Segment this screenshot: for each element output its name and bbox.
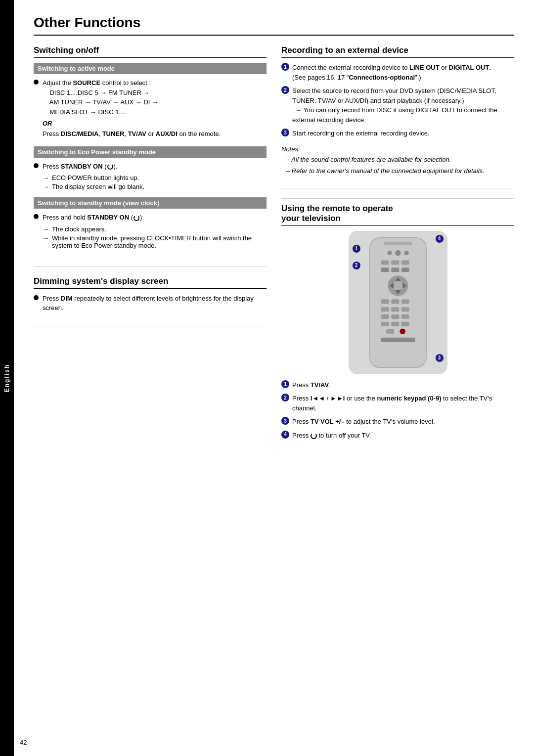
number-1-icon: 1 [281, 63, 289, 71]
main-content: Other Functions Switching on/off Switchi… [14, 0, 534, 756]
bullet-icon [34, 214, 39, 219]
recording-item3-text: Start recording on the external recordin… [292, 129, 514, 138]
svg-point-2 [395, 250, 400, 255]
eco-mode-text: Press STANDBY ON (). [43, 162, 267, 172]
remote-svg [353, 235, 444, 370]
callout-2: 2 [353, 262, 360, 269]
eco-mode-subsection: Switching to Eco Power standby mode Pres… [34, 146, 267, 191]
note1-text: – All the sound control features are ava… [286, 155, 514, 165]
recording-item2-text: Select the source to record from your DV… [292, 86, 514, 125]
remote-number-4-icon: 4 [281, 431, 289, 439]
notes-label: Notes: [281, 145, 514, 153]
note2-text: – Refer to the owner's manual of the con… [286, 166, 514, 176]
press-remote-text: Press DISC/MEDIA, TUNER, TV/AV or AUX/DI… [43, 129, 267, 139]
sidebar-language-label: English [3, 364, 10, 392]
svg-rect-18 [391, 299, 399, 304]
standby-mode-bullet: Press and hold STANDBY ON (). [34, 213, 267, 222]
two-column-layout: Switching on/off Switching to active mod… [34, 45, 514, 444]
dimming-bullet: Press DIM repeatedly to select different… [34, 294, 267, 313]
callout-4: 4 [436, 235, 444, 243]
bullet-icon [34, 80, 39, 85]
remote-item4-text: Press to turn off your TV. [292, 431, 514, 441]
standby-mode-subsection: Switching to standby mode (view clock) P… [34, 197, 267, 249]
right-column: Recording to an external device 1 Connec… [281, 45, 514, 444]
svg-rect-6 [391, 260, 399, 265]
remote-item1: 1 Press TV/AV. [281, 380, 514, 390]
standby-mode-text: Press and hold STANDBY ON (). [43, 213, 267, 222]
svg-point-4 [404, 250, 408, 255]
arrow-icon: → [43, 183, 49, 190]
svg-point-3 [387, 250, 392, 255]
standby-mode-header: Switching to standby mode (view clock) [34, 197, 267, 209]
remote-image-wrapper: 1 2 3 4 [339, 231, 457, 374]
sidebar: English [0, 0, 14, 756]
svg-rect-17 [381, 299, 389, 304]
svg-rect-5 [381, 260, 389, 265]
callout-3: 3 [436, 354, 444, 362]
svg-rect-25 [401, 314, 409, 318]
svg-rect-8 [381, 267, 389, 272]
notes-section: Notes: – All the sound control features … [281, 145, 514, 176]
recording-title: Recording to an external device [281, 45, 514, 58]
svg-rect-21 [391, 307, 399, 311]
eco-arrow1: → ECO POWER button lights up. [43, 174, 267, 181]
recording-item1: 1 Connect the external recording device … [281, 63, 514, 82]
standby-arrow1: → The clock appears. [43, 225, 267, 233]
eco-mode-bullet: Press STANDBY ON (). [34, 162, 267, 172]
svg-rect-28 [401, 321, 409, 326]
standby-arrow2-text: While in standby mode, pressing CLOCK•TI… [52, 234, 267, 249]
remote-number-1-icon: 1 [281, 380, 289, 388]
recording-item3: 3 Start recording on the external record… [281, 129, 514, 138]
remote-instructions: 1 Press TV/AV. 2 Press I◄◄ / ►►I or use … [281, 380, 514, 441]
dimming-text: Press DIM repeatedly to select different… [43, 294, 267, 313]
active-mode-subsection: Switching to active mode Adjust the SOUR… [34, 63, 267, 139]
callout-1: 1 [353, 245, 360, 253]
dimming-section: Dimming system's display screen Press DI… [34, 276, 267, 326]
arrow-icon: → [43, 234, 49, 242]
svg-rect-9 [391, 267, 399, 272]
svg-rect-29 [386, 329, 394, 333]
standby-arrow1-text: The clock appears. [52, 225, 106, 233]
recording-section: Recording to an external device 1 Connec… [281, 45, 514, 188]
svg-rect-26 [381, 321, 389, 326]
svg-rect-10 [401, 267, 409, 272]
remote-number-3-icon: 3 [281, 417, 289, 425]
svg-rect-24 [391, 314, 399, 318]
remote-item2-text: Press I◄◄ / ►►I or use the numeric keypa… [292, 394, 514, 413]
active-mode-text: Adjust the SOURCE control to select : DI… [43, 78, 267, 117]
bullet-icon [34, 163, 39, 168]
left-column: Switching on/off Switching to active mod… [34, 45, 267, 444]
arrow-icon: → [43, 174, 49, 181]
svg-rect-31 [381, 337, 415, 342]
switching-section: Switching on/off Switching to active mod… [34, 45, 267, 267]
svg-rect-1 [384, 241, 412, 245]
switching-title: Switching on/off [34, 45, 267, 58]
svg-rect-7 [401, 260, 409, 265]
eco-arrow1-text: ECO POWER button lights up. [52, 174, 139, 181]
eco-arrow2-text: The display screen will go blank. [52, 183, 144, 190]
remote-item1-text: Press TV/AV. [292, 380, 514, 390]
recording-item2: 2 Select the source to record from your … [281, 86, 514, 125]
recording-item1-text: Connect the external recording device to… [292, 63, 514, 82]
active-mode-header: Switching to active mode [34, 63, 267, 74]
svg-rect-23 [381, 314, 389, 318]
standby-arrow2: → While in standby mode, pressing CLOCK•… [43, 234, 267, 249]
active-mode-bullet: Adjust the SOURCE control to select : DI… [34, 78, 267, 117]
remote-number-2-icon: 2 [281, 394, 289, 401]
svg-rect-20 [381, 307, 389, 311]
remote-item2: 2 Press I◄◄ / ►►I or use the numeric key… [281, 394, 514, 413]
dimming-title: Dimming system's display screen [34, 276, 267, 289]
svg-rect-19 [401, 299, 409, 304]
svg-point-12 [393, 280, 403, 291]
svg-point-30 [400, 328, 405, 334]
page-container: English Other Functions Switching on/off… [0, 0, 534, 756]
using-remote-section: Using the remote to operate your televis… [281, 198, 514, 441]
using-remote-title: Using the remote to operate your televis… [281, 204, 514, 226]
or-text: OR [43, 120, 267, 127]
remote-item4: 4 Press to turn off your TV. [281, 431, 514, 441]
remote-item3: 3 Press TV VOL +/– to adjust the TV's vo… [281, 417, 514, 427]
remote-item3-text: Press TV VOL +/– to adjust the TV's volu… [292, 417, 514, 427]
bullet-icon [34, 295, 39, 300]
arrow-icon: → [43, 225, 49, 233]
svg-rect-22 [401, 307, 409, 311]
